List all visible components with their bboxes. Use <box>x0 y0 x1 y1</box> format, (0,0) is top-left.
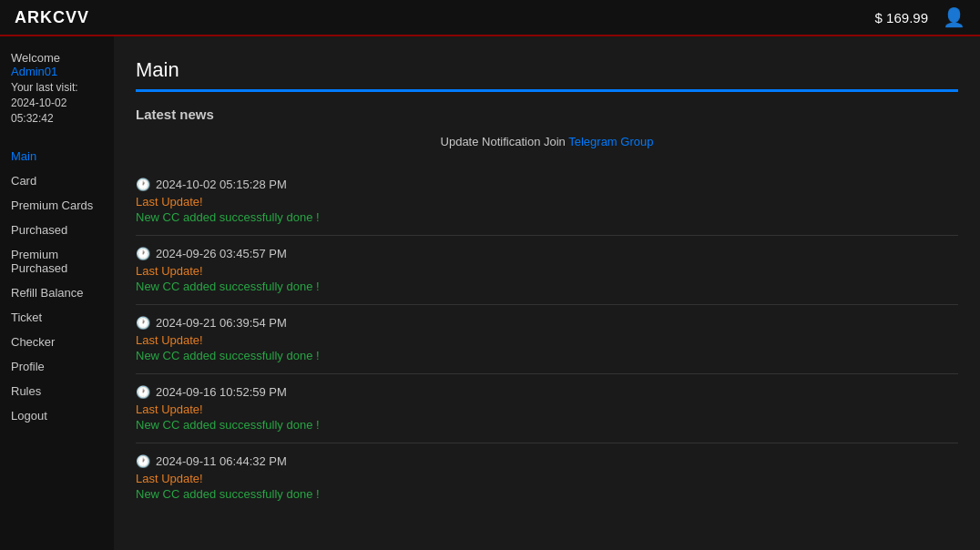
sidebar: Welcome Admin01 Your last visit: 2024-10… <box>0 36 114 550</box>
notification-text: Update Notification Join <box>441 135 566 148</box>
news-item: 🕐 2024-09-21 06:39:54 PM Last Update! Ne… <box>136 305 958 374</box>
sidebar-item-refill-balance[interactable]: Refill Balance <box>11 280 103 305</box>
sidebar-welcome: Welcome Admin01 <box>11 51 103 78</box>
news-date-1: 🕐 2024-09-26 03:45:57 PM <box>136 247 958 260</box>
sidebar-last-visit: Your last visit: 2024-10-02 05:32:42 <box>11 80 103 126</box>
navbar: ARKCVV $ 169.99 👤 <box>0 0 980 36</box>
sidebar-item-purchased[interactable]: Purchased <box>11 218 103 242</box>
news-update-label-4: Last Update! <box>136 472 958 485</box>
news-update-label-2: Last Update! <box>136 333 958 347</box>
navbar-brand: ARKCVV <box>15 8 89 27</box>
notification-bar: Update Notification Join Telegram Group <box>136 135 958 148</box>
last-visit-label: Your last visit: <box>11 80 103 96</box>
sidebar-item-premium-cards[interactable]: Premium Cards <box>11 193 103 218</box>
news-item: 🕐 2024-09-11 06:44:32 PM Last Update! Ne… <box>136 443 958 512</box>
clock-icon: 🕐 <box>136 454 150 468</box>
news-update-label-3: Last Update! <box>136 402 958 416</box>
main-content: Main Latest news Update Notification Joi… <box>114 36 980 550</box>
clock-icon: 🕐 <box>136 385 150 399</box>
news-date-3: 🕐 2024-09-16 10:52:59 PM <box>136 385 958 399</box>
news-update-text-1: New CC added successfully done ! <box>136 280 958 293</box>
last-visit-date: 2024-10-02 05:32:42 <box>11 96 103 127</box>
news-item: 🕐 2024-09-26 03:45:57 PM Last Update! Ne… <box>136 236 958 305</box>
news-update-text-2: New CC added successfully done ! <box>136 349 958 362</box>
news-container: 🕐 2024-10-02 05:15:28 PM Last Update! Ne… <box>136 167 958 512</box>
sidebar-item-card[interactable]: Card <box>11 168 103 193</box>
telegram-link[interactable]: Telegram Group <box>568 135 653 148</box>
clock-icon: 🕐 <box>136 247 150 260</box>
navbar-balance: $ 169.99 <box>875 10 928 25</box>
navbar-right: $ 169.99 👤 <box>875 6 965 28</box>
sidebar-item-profile[interactable]: Profile <box>11 354 103 379</box>
news-date-4: 🕐 2024-09-11 06:44:32 PM <box>136 454 958 468</box>
sidebar-item-premium-purchased[interactable]: Premium Purchased <box>11 242 103 280</box>
news-update-text-3: New CC added successfully done ! <box>136 418 958 432</box>
sidebar-item-checker[interactable]: Checker <box>11 330 103 354</box>
news-item: 🕐 2024-10-02 05:15:28 PM Last Update! Ne… <box>136 167 958 236</box>
news-update-text-0: New CC added successfully done ! <box>136 210 958 224</box>
sidebar-item-rules[interactable]: Rules <box>11 379 103 403</box>
section-title: Latest news <box>136 107 958 122</box>
welcome-label: Welcome <box>11 51 60 65</box>
sidebar-item-main[interactable]: Main <box>11 144 103 168</box>
clock-icon: 🕐 <box>136 178 150 191</box>
sidebar-item-ticket[interactable]: Ticket <box>11 305 103 330</box>
news-item: 🕐 2024-09-16 10:52:59 PM Last Update! Ne… <box>136 374 958 443</box>
layout: Welcome Admin01 Your last visit: 2024-10… <box>0 36 980 550</box>
user-icon[interactable]: 👤 <box>943 6 965 28</box>
clock-icon: 🕐 <box>136 316 150 330</box>
news-date-0: 🕐 2024-10-02 05:15:28 PM <box>136 178 958 191</box>
news-update-label-0: Last Update! <box>136 195 958 209</box>
news-update-text-4: New CC added successfully done ! <box>136 487 958 501</box>
title-underline <box>136 89 958 92</box>
news-date-2: 🕐 2024-09-21 06:39:54 PM <box>136 316 958 330</box>
news-update-label-1: Last Update! <box>136 264 958 278</box>
sidebar-item-logout[interactable]: Logout <box>11 403 103 428</box>
page-title: Main <box>136 58 958 82</box>
sidebar-username[interactable]: Admin01 <box>11 65 57 78</box>
